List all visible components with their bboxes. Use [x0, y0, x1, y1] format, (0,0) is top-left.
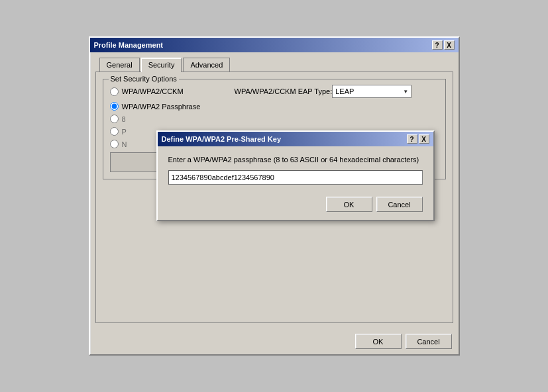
modal-cancel-button[interactable]: Cancel [376, 197, 423, 212]
modal-dialog-define-psk: Define WPA/WPA2 Pre-Shared Key ? X Enter… [156, 130, 435, 221]
modal-overlay: Define WPA/WPA2 Pre-Shared Key ? X Enter… [90, 38, 459, 354]
main-dialog: Profile Management ? X General Security … [89, 36, 460, 356]
modal-ok-button[interactable]: OK [326, 197, 372, 212]
modal-close-button[interactable]: X [419, 134, 429, 144]
modal-title-bar: Define WPA/WPA2 Pre-Shared Key ? X [158, 132, 433, 146]
modal-help-button[interactable]: ? [407, 134, 417, 144]
modal-instruction: Enter a WPA/WPA2 passphrase (8 to 63 ASC… [168, 156, 423, 164]
modal-bottom-bar: OK Cancel [158, 191, 433, 220]
passphrase-input[interactable] [168, 170, 423, 185]
modal-dialog-title: Define WPA/WPA2 Pre-Shared Key [162, 135, 282, 143]
modal-body: Enter a WPA/WPA2 passphrase (8 to 63 ASC… [158, 146, 433, 191]
modal-title-buttons: ? X [407, 134, 429, 144]
